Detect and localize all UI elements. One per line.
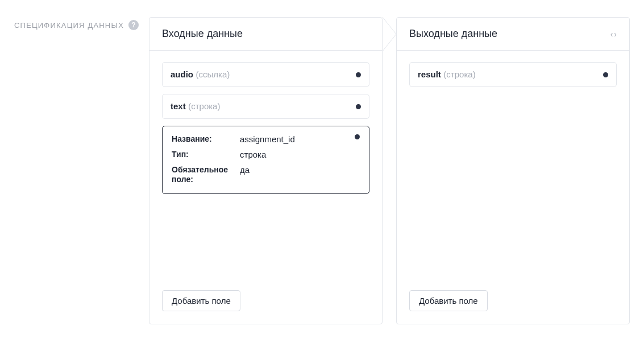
field-label: audio (ссылка) — [171, 69, 230, 80]
field-label: text (строка) — [171, 101, 220, 112]
add-output-field-button[interactable]: Добавить поле — [409, 290, 488, 311]
section-label-wrap: СПЕЦИФИКАЦИЯ ДАННЫХ ? — [14, 17, 139, 30]
output-panel-footer: Добавить поле — [397, 280, 629, 324]
add-input-field-button[interactable]: Добавить поле — [162, 290, 240, 311]
output-panel-body: result (строка) — [397, 51, 629, 280]
detail-value-name: assignment_id — [240, 134, 349, 144]
output-panel-header: Выходные данные ‹ › — [397, 18, 629, 51]
chevron-left-icon: ‹ — [610, 30, 613, 39]
output-field-row[interactable]: result (строка) — [409, 62, 617, 87]
spec-container: СПЕЦИФИКАЦИЯ ДАННЫХ ? Входные данные aud… — [0, 0, 644, 336]
chevron-right-icon: › — [614, 30, 617, 39]
section-label: СПЕЦИФИКАЦИЯ ДАННЫХ — [14, 21, 124, 30]
panel-divider — [382, 17, 397, 324]
field-name: result — [418, 69, 441, 79]
required-dot-icon — [356, 104, 361, 109]
input-panel-footer: Добавить поле — [149, 280, 382, 324]
required-dot-icon — [355, 134, 360, 139]
field-name: audio — [171, 69, 193, 79]
field-name: text — [171, 101, 186, 111]
input-field-row[interactable]: text (строка) — [162, 94, 369, 119]
output-panel-title: Выходные данные — [409, 28, 497, 40]
help-icon[interactable]: ? — [128, 20, 139, 30]
required-dot-icon — [356, 72, 361, 77]
detail-label-name: Название: — [172, 134, 234, 144]
output-panel: Выходные данные ‹ › result (строка) Доба… — [396, 17, 630, 324]
input-field-expanded[interactable]: Название: assignment_id Тип: строка Обяз… — [162, 126, 369, 194]
required-dot-icon — [603, 72, 608, 77]
input-panel-title: Входные данные — [162, 28, 243, 40]
detail-value-type: строка — [240, 150, 349, 159]
detail-label-required: Обязательное поле: — [172, 165, 234, 184]
detail-label-type: Тип: — [172, 150, 234, 159]
field-details-grid: Название: assignment_id Тип: строка Обяз… — [172, 134, 360, 184]
chevron-divider-icon — [382, 17, 397, 51]
input-panel-body: audio (ссылка) text (строка) Название: — [149, 51, 382, 280]
input-field-row[interactable]: audio (ссылка) — [162, 62, 369, 87]
code-toggle[interactable]: ‹ › — [610, 30, 617, 39]
field-type: (строка) — [188, 101, 220, 111]
input-panel-header: Входные данные — [149, 18, 382, 51]
input-panel: Входные данные audio (ссылка) text (стро… — [149, 17, 383, 324]
field-type: (строка) — [443, 69, 475, 79]
field-type: (ссылка) — [196, 69, 230, 79]
field-label: result (строка) — [418, 69, 476, 80]
detail-value-required: да — [240, 165, 349, 175]
panels: Входные данные audio (ссылка) text (стро… — [149, 17, 630, 324]
